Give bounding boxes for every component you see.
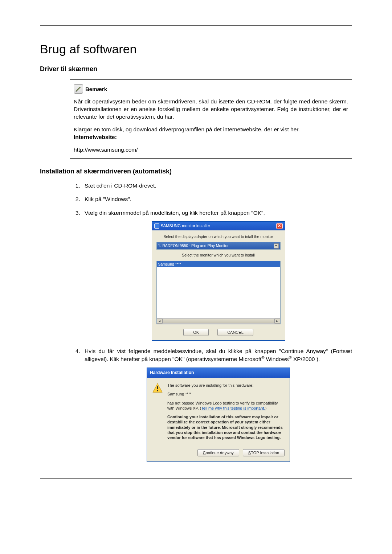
svg-rect-0 xyxy=(76,91,77,91)
note-box: Bemærk Når dit operativsystem beder om s… xyxy=(70,79,352,159)
note-header: Bemærk xyxy=(74,84,348,94)
samsung-installer-dialog: SAMSUNG monitor installer ✕ Select the d… xyxy=(152,221,285,341)
footer-rule xyxy=(40,478,352,479)
hardware-installation-dialog: Hardware Installation The software you a… xyxy=(147,368,290,461)
continue-anyway-button[interactable]: Continue Anyway xyxy=(197,449,239,456)
note-text: Når dit operativsystem beder om skærmdri… xyxy=(74,98,348,154)
monitor-list[interactable]: Samsung **** ◄ ► xyxy=(156,261,281,324)
note-icon xyxy=(74,84,83,94)
step-3: Vælg din skærmmodel på modellisten, og k… xyxy=(82,209,352,341)
dialog2-p3: has not passed Windows Logo testing to v… xyxy=(167,401,285,411)
list-item[interactable]: Samsung **** xyxy=(157,261,280,267)
svg-point-3 xyxy=(157,390,158,391)
note-paragraph-1: Når dit operativsystem beder om skærmdri… xyxy=(74,98,348,121)
cancel-button[interactable]: CANCEL xyxy=(217,329,253,336)
dialog1-body: Select the display adapter on which you … xyxy=(152,230,285,340)
dialog1-title-text: SAMSUNG monitor installer xyxy=(161,223,210,229)
dialog2-buttons: Continue Anyway STOP Installation xyxy=(147,449,290,461)
scrollbar-thumb[interactable] xyxy=(163,319,274,324)
horizontal-scrollbar[interactable]: ◄ ► xyxy=(157,318,280,324)
header-rule xyxy=(40,25,352,26)
install-steps: Sæt cd'en i CD-ROM-drevet. Klik på "Wind… xyxy=(82,182,352,462)
svg-rect-2 xyxy=(157,386,158,389)
dialog2-content: The software you are installing for this… xyxy=(167,383,285,444)
section-heading-driver: Driver til skærmen xyxy=(40,65,352,73)
dialog1-label-monitor: Select the monitor which you want to ins… xyxy=(156,253,281,258)
dialog2-p2: Samsung **** xyxy=(167,391,285,397)
logo-testing-link[interactable]: Tell me why this testing is important. xyxy=(201,406,265,410)
ok-button[interactable]: OK xyxy=(183,329,209,336)
dialog2-p1: The software you are installing for this… xyxy=(167,383,285,388)
adapter-select[interactable]: 1. RADEON 9550 : Plug and Play Monitor ▼ xyxy=(156,242,281,250)
dialog2-wrap: Hardware Installation The software you a… xyxy=(85,368,352,461)
dialog2-warning-text: Continuing your installation of this sof… xyxy=(167,414,285,440)
close-icon[interactable]: ✕ xyxy=(276,223,283,229)
step-4: Hvis du får vist følgende meddelelsesvin… xyxy=(82,347,352,462)
scroll-left-icon[interactable]: ◄ xyxy=(157,319,163,324)
warning-icon xyxy=(152,383,163,394)
stop-installation-button[interactable]: STOP Installation xyxy=(243,449,285,456)
dialog1-wrap: SAMSUNG monitor installer ✕ Select the d… xyxy=(85,221,352,341)
internet-label: Internetwebsite: xyxy=(74,134,117,140)
dialog2-titlebar: Hardware Installation xyxy=(147,368,290,378)
scroll-right-icon[interactable]: ► xyxy=(274,319,280,324)
page-title: Brug af softwaren xyxy=(40,42,352,56)
chevron-down-icon[interactable]: ▼ xyxy=(274,243,279,249)
dialog1-label-adapter: Select the display adapter on which you … xyxy=(156,234,281,239)
dialog1-buttons: OK CANCEL xyxy=(156,329,281,336)
section-heading-install: Installation af skærmdriveren (automatis… xyxy=(40,168,352,175)
note-paragraph-2: Klargør en tom disk, og download driverp… xyxy=(74,126,348,141)
step-2: Klik på "Windows". xyxy=(82,195,352,203)
note-label: Bemærk xyxy=(85,86,107,92)
note-url: http://www.samsung.com/ xyxy=(74,146,348,154)
step-1: Sæt cd'en i CD-ROM-drevet. xyxy=(82,182,352,190)
dialog1-titlebar: SAMSUNG monitor installer ✕ xyxy=(152,222,285,230)
dialog2-body: The software you are installing for this… xyxy=(147,378,290,449)
dialog1-app-icon xyxy=(154,223,159,229)
